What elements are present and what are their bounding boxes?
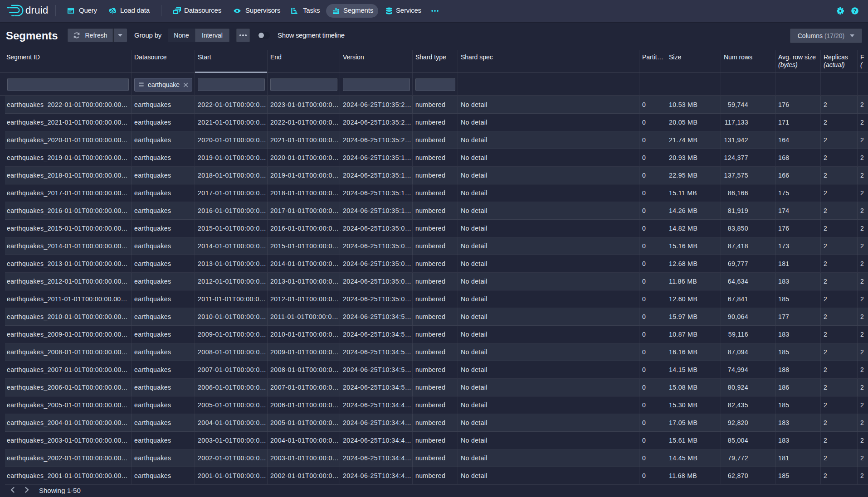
svg-text:?: ? <box>853 8 857 14</box>
